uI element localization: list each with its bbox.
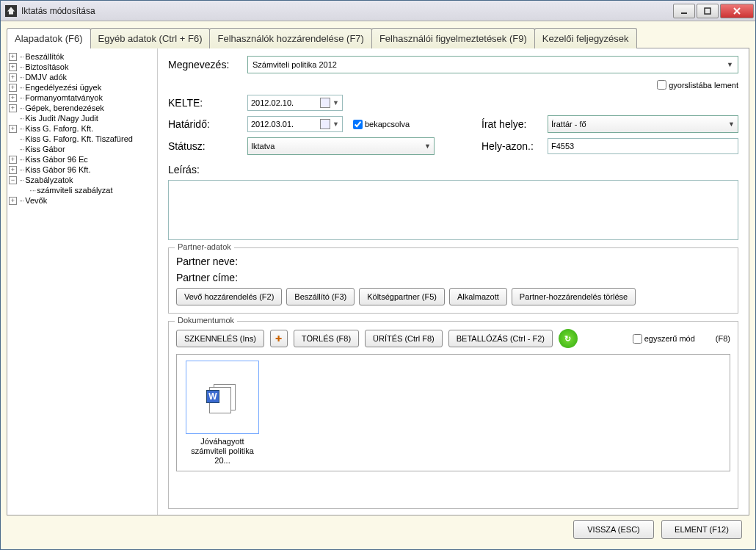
dokumentumok-legend: Dokumentumok <box>175 316 237 325</box>
simple-mode-label: egyszerű mód <box>644 334 695 343</box>
partner-neve-label: Partner neve: <box>176 256 255 267</box>
megnevezes-value: Számviteli politika 2012 <box>252 60 337 69</box>
tab-figyelmeztetes[interactable]: Felhasználói figyelmeztetések (F9) <box>371 28 535 48</box>
tree-item[interactable]: −···Szabályzatok <box>9 175 156 185</box>
tree-item[interactable]: +···Formanyomtatványok <box>9 93 156 103</box>
save-button[interactable]: ELMENT (F12) <box>661 520 742 539</box>
app-icon <box>5 5 17 17</box>
tab-alapadatok[interactable]: Alapadatok (F6) <box>7 28 91 48</box>
tree-item[interactable]: +···Kiss Gábor 96 Ec <box>9 154 156 164</box>
tree-connector: ··· <box>19 124 23 133</box>
tree-label: Kiss G. Faforg. Kft. <box>25 124 93 133</box>
tree-connector: ··· <box>19 93 23 102</box>
delete-button[interactable]: TÖRLÉS (F8) <box>294 330 359 347</box>
expand-icon[interactable]: + <box>9 94 17 102</box>
bekapcsolva-input[interactable] <box>353 120 363 129</box>
maximize-button[interactable] <box>697 4 719 18</box>
doc-thumbnail[interactable]: W Jóváhagyott számviteli politika 20... <box>183 361 262 466</box>
chevron-down-icon: ▼ <box>424 142 431 150</box>
tree-item[interactable]: +···Kiss Gábor 96 Kft. <box>9 164 156 175</box>
tree-label: Vevők <box>25 196 47 205</box>
expand-icon[interactable]: + <box>9 63 17 71</box>
tab-kezeloi[interactable]: Kezelői feljegyzések <box>534 28 637 48</box>
expand-icon[interactable]: + <box>9 125 17 133</box>
expand-icon[interactable]: + <box>9 166 17 174</box>
tree-label: Szabályzatok <box>25 176 73 184</box>
browse-button[interactable]: BETALLÓZÁS (Ctrl - F2) <box>448 330 553 347</box>
tree-label: számviteli szabályzat <box>37 186 112 195</box>
koltsegpartner-button[interactable]: Költségpartner (F5) <box>359 288 445 305</box>
gyorslista-checkbox[interactable]: gyorslistába lement <box>654 78 738 92</box>
vevo-hozzarendeles-button[interactable]: Vevő hozzárendelés (F2) <box>176 288 282 305</box>
bekapcsolva-checkbox[interactable]: bekapcsolva <box>350 117 410 131</box>
window-controls <box>673 4 755 18</box>
tree-label: Kiss Gábor 96 Ec <box>25 155 88 164</box>
tree-connector: ··· <box>19 114 23 123</box>
tab-egyeb[interactable]: Egyéb adatok (Ctrl + F6) <box>90 28 211 48</box>
irat-helye-label: Írat helye: <box>481 118 548 130</box>
doc-area[interactable]: W Jóváhagyott számviteli politika 20... <box>176 354 730 471</box>
tree-item[interactable]: +···Gépek, berendezések <box>9 103 156 113</box>
expand-icon[interactable]: + <box>9 84 17 92</box>
gyorslista-input[interactable] <box>657 80 666 90</box>
hely-azon-input[interactable] <box>548 138 738 154</box>
expand-icon[interactable]: + <box>9 53 17 61</box>
tree-item[interactable]: +···Vevők <box>9 195 156 206</box>
statusz-combo[interactable]: Iktatva ▼ <box>247 137 435 155</box>
tree-label: Beszállítók <box>25 52 64 61</box>
word-doc-icon: W <box>208 383 237 412</box>
tree-item[interactable]: ····számviteli szabályzat <box>19 185 156 195</box>
tree-item[interactable]: +···Biztosítások <box>9 62 156 72</box>
irat-helye-value: Írattár - fő <box>551 120 586 129</box>
expand-icon[interactable]: + <box>9 156 17 164</box>
app-window: Iktatás módosítása Alapadatok (F6) Egyéb… <box>0 0 756 550</box>
tree-item[interactable]: ···Kiss Gábor <box>9 144 156 154</box>
tree-label: Kis Judit /Nagy Judit <box>25 114 98 123</box>
tree-item[interactable]: +···Engedélyezési ügyek <box>9 82 156 93</box>
tree-item[interactable]: +···DMJV adók <box>9 72 156 82</box>
titlebar: Iktatás módosítása <box>1 1 755 21</box>
partner-torles-button[interactable]: Partner-hozzárendelés törlése <box>512 288 636 305</box>
kelte-field[interactable]: 2012.02.10. ▼ <box>247 95 343 111</box>
tree-item[interactable]: +···Beszállítók <box>9 51 156 62</box>
tab-felhasznalok[interactable]: Felhasználók hozzárendelése (F7) <box>209 28 371 48</box>
tree-label: Kiss Gábor 96 Kft. <box>25 165 90 174</box>
tree-connector: ··· <box>19 196 23 205</box>
tree-item[interactable]: +···Kiss G. Faforg. Kft. <box>9 123 156 134</box>
attach-icon-button[interactable]: ✚ <box>270 330 288 347</box>
svg-rect-1 <box>705 8 710 14</box>
tree-connector: ···· <box>29 186 35 195</box>
scan-button[interactable]: SZKENNELÉS (Ins) <box>176 330 264 347</box>
tree-label: DMJV adók <box>25 73 67 82</box>
tree-item[interactable]: ···Kis Judit /Nagy Judit <box>9 113 156 123</box>
refresh-button[interactable]: ↻ <box>559 329 578 348</box>
tree-label: Gépek, berendezések <box>25 104 104 112</box>
irat-helye-combo[interactable]: Írattár - fő ▼ <box>548 115 738 133</box>
beszallito-button[interactable]: Beszállító (F3) <box>286 288 355 305</box>
gyorslista-label: gyorslistába lement <box>669 81 738 90</box>
megnevezes-combo[interactable]: Számviteli politika 2012 ▼ <box>247 56 738 73</box>
hatarido-field[interactable]: 2012.03.01. ▼ <box>247 116 343 132</box>
expand-icon[interactable]: + <box>9 73 17 82</box>
category-tree[interactable]: +···Beszállítók+···Biztosítások+···DMJV … <box>7 48 158 515</box>
empty-button[interactable]: ÜRÍTÉS (Ctrl F8) <box>365 330 443 347</box>
attach-icon: ✚ <box>275 334 282 344</box>
expand-icon[interactable]: + <box>9 197 17 205</box>
hatarido-value: 2012.03.01. <box>251 120 294 129</box>
simple-mode-input[interactable] <box>633 334 642 344</box>
footer: VISSZA (ESC) ELMENT (F12) <box>7 515 749 543</box>
minimize-button[interactable] <box>673 4 695 18</box>
tree-label: Biztosítások <box>25 62 68 71</box>
alkalmazott-button[interactable]: Alkalmazott <box>449 288 507 305</box>
simple-mode-checkbox[interactable]: egyszerű mód <box>630 332 695 346</box>
tree-label: Formanyomtatványok <box>25 93 103 102</box>
tree-connector: ··· <box>19 104 23 112</box>
back-button[interactable]: VISSZA (ESC) <box>573 520 654 539</box>
collapse-icon[interactable]: − <box>9 176 17 184</box>
tree-item[interactable]: ···Kiss G. Faforg. Kft. Tiszafüred <box>9 134 156 144</box>
close-button[interactable] <box>720 4 754 18</box>
expand-icon[interactable]: + <box>9 104 17 112</box>
leiras-textarea[interactable] <box>168 180 738 240</box>
chevron-down-icon: ▼ <box>727 61 733 68</box>
tree-connector: ··· <box>19 62 23 71</box>
